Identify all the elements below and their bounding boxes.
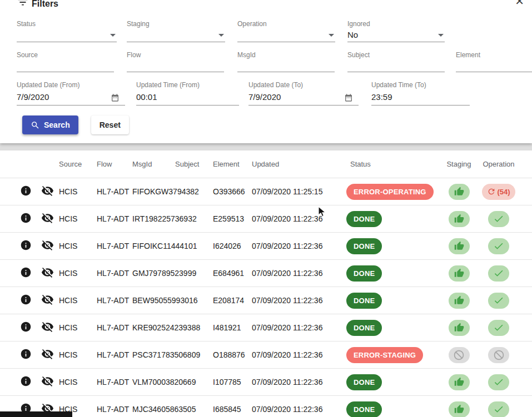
field-label: MsgId — [237, 51, 335, 59]
visibility-off-icon[interactable] — [41, 375, 54, 388]
updated-cell: 07/09/2020 11:22:36 — [251, 214, 345, 223]
thumb-up-icon[interactable] — [449, 211, 470, 227]
visibility-off-icon[interactable] — [41, 184, 54, 197]
updated-date-from-input[interactable]: Updated Date (From) 7/9/2020 — [17, 81, 125, 105]
flow-cell: HL7-ADT — [96, 323, 131, 332]
table-row: HCIS HL7-ADT IRT198225736932 E259513 07/… — [0, 205, 532, 232]
reset-button[interactable]: Reset — [91, 115, 129, 134]
table-body: HCIS HL7-ADT FIFOKGW3794382 O393666 07/0… — [0, 178, 532, 417]
status-bar — [0, 411, 72, 417]
calendar-icon[interactable] — [111, 93, 120, 102]
visibility-off-icon[interactable] — [41, 239, 54, 252]
info-icon[interactable] — [20, 348, 32, 360]
search-button[interactable]: Search — [22, 115, 78, 134]
msgid-input[interactable]: MsgId — [237, 51, 335, 72]
staging-cell — [438, 374, 480, 390]
staging-cell — [438, 211, 480, 227]
visibility-off-icon[interactable] — [41, 320, 54, 333]
status-badge: DONE — [346, 320, 382, 336]
thumb-up-icon[interactable] — [449, 265, 470, 282]
dropdown-arrow-icon — [218, 34, 224, 37]
subject-input[interactable]: Subject — [347, 51, 445, 72]
info-icon[interactable] — [20, 267, 32, 278]
time-value: 23:59 — [371, 92, 392, 102]
source-cell: HCIS — [58, 187, 96, 196]
col-operation: Operation — [480, 160, 518, 168]
info-icon[interactable] — [20, 375, 32, 387]
thumb-up-icon[interactable] — [449, 238, 470, 254]
visibility-off-icon[interactable] — [41, 293, 54, 306]
check-icon[interactable] — [488, 293, 509, 309]
table-row: HCIS HL7-ADT KRE902524239388 I481921 07/… — [0, 314, 532, 341]
table-header: Source Flow MsgId Subject Element Update… — [0, 150, 532, 178]
status-badge: DONE — [346, 374, 382, 390]
table-row: HCIS HL7-ADT VLM70003820669 I107785 07/0… — [0, 368, 532, 395]
close-icon[interactable]: ✕ — [515, 0, 524, 7]
updated-time-from-input[interactable]: Updated Time (From) 00:01 — [136, 81, 239, 105]
info-icon[interactable] — [20, 185, 32, 197]
check-icon[interactable] — [488, 265, 509, 282]
check-icon[interactable] — [488, 401, 509, 417]
element-cell: I107785 — [212, 378, 251, 386]
source-input[interactable]: Source — [17, 51, 114, 72]
thumb-up-icon[interactable] — [449, 401, 470, 417]
check-icon[interactable] — [488, 374, 509, 390]
element-input[interactable]: Element — [456, 51, 532, 72]
staging-cell — [438, 401, 480, 417]
check-icon[interactable] — [488, 320, 509, 336]
retry-badge[interactable]: (54) — [482, 184, 515, 200]
time-value: 00:01 — [136, 92, 157, 102]
flow-cell: HL7-ADT — [96, 269, 131, 278]
updated-cell: 07/09/2020 11:22:36 — [251, 323, 345, 332]
element-cell: E684961 — [212, 269, 251, 278]
flow-cell: HL7-ADT — [96, 296, 131, 305]
col-flow: Flow — [96, 160, 131, 168]
staging-cell — [438, 265, 480, 282]
blocked-icon[interactable] — [488, 347, 509, 363]
calendar-icon[interactable] — [344, 93, 353, 102]
blocked-icon[interactable] — [449, 347, 470, 363]
source-cell: HCIS — [58, 242, 96, 250]
info-icon[interactable] — [20, 321, 32, 333]
search-button-label: Search — [44, 120, 70, 129]
status-badge: DONE — [346, 293, 382, 309]
check-icon[interactable] — [488, 238, 509, 254]
operation-filter[interactable]: Operation — [237, 20, 335, 42]
thumb-up-icon[interactable] — [449, 184, 470, 200]
updated-cell: 07/09/2020 11:25:15 — [251, 187, 345, 196]
thumb-up-icon[interactable] — [449, 374, 470, 390]
updated-cell: 07/09/2020 11:22:36 — [251, 378, 345, 386]
thumb-up-icon[interactable] — [449, 293, 470, 309]
visibility-off-icon[interactable] — [41, 348, 54, 360]
msgid-cell: FIFOIKC11444101 — [131, 242, 212, 250]
staging-filter[interactable]: Staging — [127, 20, 225, 42]
info-icon[interactable] — [20, 239, 32, 251]
operation-cell — [480, 374, 518, 390]
table-row: HCIS HL7-ADT FIFOIKC11444101 I624026 07/… — [0, 232, 532, 259]
visibility-off-icon[interactable] — [41, 212, 54, 224]
element-cell: E259513 — [212, 214, 251, 223]
updated-time-to-input[interactable]: Updated Time (To) 23:59 — [371, 81, 470, 105]
field-label: Updated Date (To) — [248, 81, 359, 89]
table-row: HCIS HL7-ADT MJC34605863505 I685845 07/0… — [0, 395, 532, 417]
field-label: Updated Date (From) — [17, 81, 125, 89]
flow-input[interactable]: Flow — [127, 51, 224, 72]
check-icon[interactable] — [488, 211, 509, 227]
date-value: 7/9/2020 — [248, 92, 281, 102]
info-icon[interactable] — [20, 212, 32, 224]
flow-cell: HL7-ADT — [96, 378, 131, 386]
status-badge: DONE — [346, 401, 382, 417]
visibility-off-icon[interactable] — [41, 266, 54, 279]
thumb-up-icon[interactable] — [449, 320, 470, 336]
status-filter[interactable]: Status — [17, 20, 117, 42]
source-cell: HCIS — [58, 323, 96, 332]
info-icon[interactable] — [20, 294, 32, 305]
updated-cell: 07/09/2020 11:22:36 — [251, 269, 345, 278]
updated-date-to-input[interactable]: Updated Date (To) 7/9/2020 — [248, 81, 359, 105]
operation-cell: (54) — [480, 184, 518, 200]
field-label: Staging — [127, 20, 225, 28]
ignored-filter[interactable]: Ignored No — [347, 20, 445, 42]
status-badge: ERROR-STAGING — [346, 347, 423, 363]
element-cell: O188876 — [212, 350, 251, 359]
element-cell: I685845 — [212, 405, 251, 414]
